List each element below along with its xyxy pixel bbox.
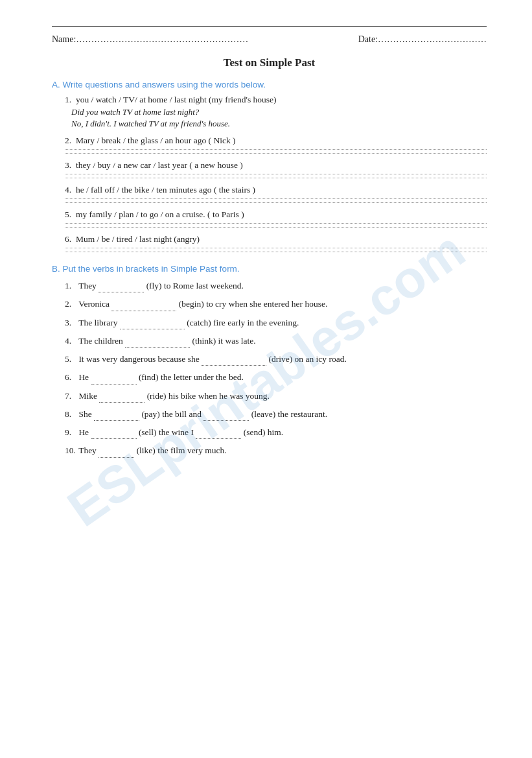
list-item: 7. Mike (ride) his bike when he was youn… <box>65 389 487 403</box>
item-num: 5. <box>65 209 71 219</box>
item-num: 3. <box>65 316 76 329</box>
list-item: 2. Veronica (begin) to cry when she ente… <box>65 297 487 311</box>
list-item: 5. my family / plan / to go / on a cruis… <box>65 209 487 228</box>
example-answer-1: Did you watch TV at home last night? <box>71 107 487 117</box>
item-num: 6. <box>65 234 71 244</box>
item-num: 4. <box>65 335 76 348</box>
example-answer-2: No, I didn't. I watched TV at my friend'… <box>71 119 487 129</box>
item-num: 8. <box>65 408 76 421</box>
list-item: 1. They (fly) to Rome last weekend. <box>65 279 487 292</box>
section-a-list: 1. you / watch / TV/ at home / last nigh… <box>52 95 487 252</box>
list-item: 8. She (pay) the bill and (leave) the re… <box>65 407 487 421</box>
item-prompt: 1. you / watch / TV/ at home / last nigh… <box>65 95 487 105</box>
answer-line <box>65 248 487 248</box>
list-item: 6. Mum / be / tired / last night (angry) <box>65 234 487 252</box>
section-b: B. Put the verbs in brackets in Simple P… <box>52 264 487 458</box>
answer-line <box>65 149 487 150</box>
list-item: 1. you / watch / TV/ at home / last nigh… <box>65 95 487 129</box>
item-num: 1. <box>65 95 71 104</box>
item-num: 2. <box>65 298 76 311</box>
fill-blank <box>120 316 185 329</box>
answer-line <box>65 252 487 252</box>
list-item: 2. Mary / break / the glass / an hour ag… <box>65 136 487 154</box>
list-item: 3. The library (catch) fire early in the… <box>65 316 487 329</box>
fill-blank <box>203 407 249 421</box>
answer-line <box>65 227 487 228</box>
fill-blank <box>111 297 176 311</box>
fill-blank <box>125 334 190 348</box>
name-field: Name:………………………………………………… <box>52 34 248 45</box>
fill-blank <box>202 352 266 366</box>
item-prompt: 6. Mum / be / tired / last night (angry) <box>65 234 487 244</box>
item-num: 4. <box>65 185 71 195</box>
item-prompt: 4. he / fall off / the bike / ten minute… <box>65 185 487 195</box>
item-num: 6. <box>65 371 76 384</box>
list-item: 5. It was very dangerous because she (dr… <box>65 352 487 366</box>
answer-line <box>65 223 487 224</box>
title-section: Test on Simple Past <box>52 56 487 69</box>
answer-line <box>65 178 487 178</box>
section-b-list: 1. They (fly) to Rome last weekend. 2. V… <box>52 279 487 458</box>
section-a: A. Write questions and answers using the… <box>52 80 487 252</box>
section-a-label: A. Write questions and answers using the… <box>52 80 487 89</box>
item-num: 9. <box>65 426 76 439</box>
fill-blank <box>91 370 137 384</box>
fill-blank <box>98 279 144 292</box>
answer-line <box>65 198 487 199</box>
list-item: 4. The children (think) it was late. <box>65 334 487 348</box>
list-item: 10. They (like) the film very much. <box>65 444 487 457</box>
list-item: 4. he / fall off / the bike / ten minute… <box>65 185 487 203</box>
answer-line <box>65 174 487 174</box>
date-field: Date:……………………………… <box>358 34 487 45</box>
section-b-label: B. Put the verbs in brackets in Simple P… <box>52 264 487 274</box>
list-item: 3. they / buy / a new car / last year ( … <box>65 160 487 178</box>
item-num: 2. <box>65 136 71 145</box>
fill-blank <box>98 444 134 457</box>
answer-line <box>65 202 487 203</box>
item-num: 10. <box>65 444 76 457</box>
item-num: 5. <box>65 353 76 366</box>
item-prompt: 3. they / buy / a new car / last year ( … <box>65 160 487 171</box>
list-item: 6. He (find) the letter under the bed. <box>65 370 487 384</box>
item-num: 1. <box>65 279 76 292</box>
page-title: Test on Simple Past <box>52 56 487 69</box>
item-num: 7. <box>65 390 76 403</box>
fill-blank <box>196 425 241 439</box>
item-prompt: 2. Mary / break / the glass / an hour ag… <box>65 136 487 146</box>
fill-blank <box>91 425 137 439</box>
header: Name:………………………………………………… Date:…………………………… <box>52 26 487 45</box>
list-item: 9. He (sell) the wine I (send) him. <box>65 425 487 439</box>
item-prompt: 5. my family / plan / to go / on a cruis… <box>65 209 487 220</box>
answer-line <box>65 153 487 154</box>
item-num: 3. <box>65 160 71 170</box>
fill-blank <box>99 389 145 403</box>
fill-blank <box>94 407 139 421</box>
